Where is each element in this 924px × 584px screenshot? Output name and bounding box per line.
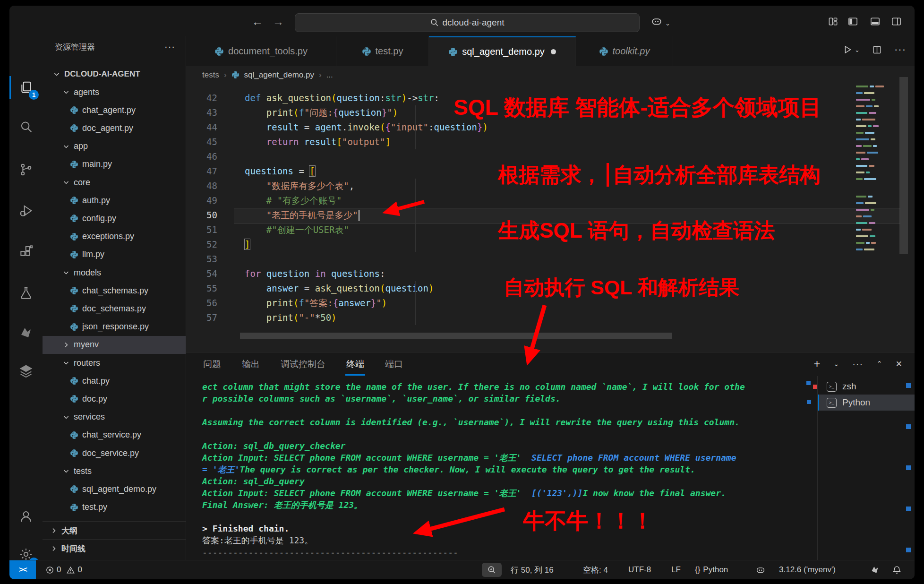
run-python-button[interactable]: ⌄ — [842, 44, 860, 55]
editor-horizontal-scrollbar[interactable] — [240, 333, 672, 339]
notifications-bell-icon[interactable] — [892, 560, 901, 579]
tree-root-DCLOUD-AI-AGENT[interactable]: DCLOUD-AI-AGENT — [43, 65, 186, 83]
indentation-status[interactable]: 空格: 4 — [583, 560, 608, 579]
minimap-line — [856, 202, 876, 204]
tree-item-chat_schemas.py[interactable]: chat_schemas.py — [43, 282, 186, 300]
panel-tab-输出[interactable]: 输出 — [241, 352, 261, 376]
tree-item-config.py[interactable]: config.py — [43, 209, 186, 227]
tree-item-app[interactable]: app — [43, 137, 186, 155]
activity-extensions-icon[interactable] — [9, 237, 43, 267]
tree-item-doc_agent.py[interactable]: doc_agent.py — [43, 119, 186, 137]
extension-status-icon[interactable] — [870, 560, 880, 579]
tree-item-doc.py[interactable]: doc.py — [43, 390, 186, 408]
panel-tab-终端[interactable]: 终端 — [345, 352, 365, 376]
tree-item-core[interactable]: core — [43, 173, 186, 191]
activity-extension-logo-icon[interactable] — [9, 318, 43, 348]
annotation-line4: 自动执行 SQL 和解析结果 — [504, 274, 739, 301]
sidebar-more-actions-icon[interactable]: ··· — [164, 41, 175, 52]
new-terminal-icon[interactable]: + — [813, 357, 820, 370]
python-file-icon — [362, 47, 371, 56]
python-interpreter-status[interactable]: 3.12.6 ('myenv') — [779, 560, 836, 579]
eol-status[interactable]: LF — [671, 560, 681, 579]
forward-arrow-icon[interactable]: → — [273, 16, 284, 27]
tree-item-models[interactable]: models — [43, 264, 186, 282]
panel-tab-端口[interactable]: 端口 — [384, 352, 404, 376]
tree-item-tests[interactable]: tests — [43, 462, 186, 480]
remote-indicator[interactable]: >< — [9, 560, 36, 579]
activity-run-debug-icon[interactable] — [9, 196, 43, 226]
tree-item-sql_agent_demo.py[interactable]: sql_agent_demo.py — [43, 480, 186, 498]
tab-sql_agent_demo.py[interactable]: sql_agent_demo.py — [429, 36, 576, 66]
close-panel-icon[interactable]: ✕ — [896, 359, 902, 369]
panel-tab-问题[interactable]: 问题 — [202, 352, 222, 376]
activity-source-control-icon[interactable] — [9, 155, 43, 185]
encoding-status[interactable]: UTF-8 — [628, 560, 651, 579]
breadcrumb-file: sql_agent_demo.py — [244, 70, 314, 80]
tree-item-test.py[interactable]: test.py — [43, 498, 186, 516]
toggle-secondary-sidebar-icon[interactable] — [891, 16, 902, 27]
copilot-status-icon[interactable] — [755, 560, 766, 579]
chevron-down-icon — [62, 143, 70, 150]
activity-bar: 11 — [9, 36, 43, 560]
panel-tab-调试控制台[interactable]: 调试控制台 — [280, 352, 326, 376]
terminal-line: Assuming the correct column is identifie… — [202, 416, 740, 428]
customize-layout-icon[interactable] — [828, 16, 838, 27]
back-arrow-icon[interactable]: ← — [252, 16, 263, 27]
breadcrumb[interactable]: tests › sql_agent_demo.py › ... — [202, 66, 333, 84]
tab-toolkit.py[interactable]: toolkit.py — [576, 36, 673, 66]
cursor-position-status[interactable]: 行 50, 列 16 — [511, 560, 554, 579]
tree-item-chat.py[interactable]: chat.py — [43, 372, 186, 390]
minimap-line — [856, 196, 873, 198]
toggle-panel-icon[interactable] — [870, 16, 881, 27]
activity-account-icon[interactable] — [9, 501, 43, 532]
python-file-icon — [70, 431, 78, 439]
activity-explorer-icon[interactable]: 1 — [9, 72, 43, 103]
editor-vertical-scrollbar[interactable] — [899, 77, 908, 254]
panel-more-actions-icon[interactable]: ··· — [852, 359, 863, 369]
tree-item-json_response.py[interactable]: json_response.py — [43, 318, 186, 336]
tree-item-llm.py[interactable]: llm.py — [43, 246, 186, 264]
minimap-line — [856, 99, 875, 101]
python-file-icon — [70, 214, 78, 223]
activity-layers-icon[interactable] — [9, 356, 43, 386]
maximize-panel-icon[interactable]: ⌃ — [876, 360, 882, 368]
dirty-dot-icon[interactable] — [551, 49, 556, 54]
chevron-down-icon — [62, 413, 70, 421]
command-center-search[interactable]: dcloud-ai-agent — [295, 13, 640, 32]
tree-item-main.py[interactable]: main.py — [43, 155, 186, 173]
copilot-chevron-icon[interactable]: ⌄ — [665, 20, 670, 27]
zoom-status-button[interactable] — [482, 560, 502, 579]
tree-item-chat_service.py[interactable]: chat_service.py — [43, 426, 186, 444]
minimap[interactable] — [854, 84, 897, 282]
tree-item-routers[interactable]: routers — [43, 354, 186, 372]
minimap-line — [856, 152, 878, 154]
tree-item-agents[interactable]: agents — [43, 83, 186, 101]
sidebar-section-时间线[interactable]: 时间线 — [43, 539, 186, 558]
tree-item-doc_schemas.py[interactable]: doc_schemas.py — [43, 300, 186, 318]
toggle-primary-sidebar-icon[interactable] — [847, 16, 858, 27]
python-file-icon — [70, 196, 78, 205]
activity-search-icon[interactable] — [9, 112, 43, 142]
sidebar-section-大纲[interactable]: 大纲 — [43, 521, 186, 540]
tab-test.py[interactable]: test.py — [336, 36, 429, 66]
split-editor-icon[interactable] — [872, 45, 882, 55]
chevron-right-icon — [50, 545, 58, 552]
tree-item-auth.py[interactable]: auth.py — [43, 191, 186, 209]
editor-more-actions-icon[interactable]: ··· — [894, 43, 906, 56]
tree-item-chat_agent.py[interactable]: chat_agent.py — [43, 101, 186, 119]
language-mode-status[interactable]: {}Python — [695, 560, 728, 579]
terminal-instance-zsh[interactable]: >_zsh — [818, 378, 915, 395]
tree-item-exceptions.py[interactable]: exceptions.py — [43, 228, 186, 246]
terminal-instance-Python[interactable]: >_Python — [818, 395, 915, 411]
tab-document_tools.py[interactable]: document_tools.py — [186, 36, 336, 66]
python-file-icon — [70, 485, 78, 493]
tree-item-doc_service.py[interactable]: doc_service.py — [43, 444, 186, 462]
tree-item-myenv[interactable]: myenv — [43, 336, 186, 354]
tree-item-services[interactable]: services — [43, 408, 186, 426]
activity-testing-icon[interactable] — [9, 278, 43, 308]
python-file-icon — [70, 250, 78, 259]
annotation-line2: 根据需求，自动分析全部库表结构 — [498, 161, 821, 189]
copilot-icon[interactable] — [650, 15, 663, 27]
problems-status[interactable]: 0 0 — [46, 560, 82, 579]
terminal-dropdown-chevron-icon[interactable]: ⌄ — [833, 360, 839, 368]
